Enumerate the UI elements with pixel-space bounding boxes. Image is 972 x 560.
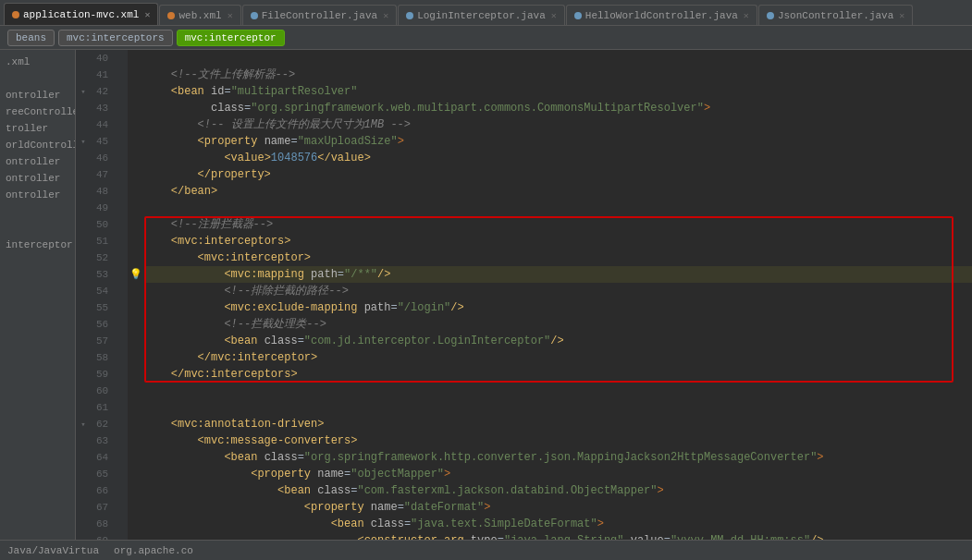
line-67: <property name="dateFormat"> <box>144 499 972 516</box>
breadcrumb-bar: beans mvc:interceptors mvc:interceptor <box>0 26 972 50</box>
line-numbers: 40 41 42 43 44 45 46 47 48 49 50 51 52 5… <box>91 50 114 540</box>
tab-label2: web.xml <box>178 10 221 21</box>
tab-label4: LoginInterceptor.java <box>417 10 546 21</box>
tab-label6: JsonController.java <box>778 10 893 21</box>
line-51: <mvc:interceptors> <box>144 233 972 250</box>
tab-label3: FileController.java <box>262 10 377 21</box>
bulb-column: 💡 <box>128 50 144 540</box>
breadcrumb-interceptors[interactable]: mvc:interceptors <box>58 30 173 46</box>
tab-label5: HelloWorldController.java <box>585 10 738 21</box>
main-area: .xml ontroller reeController troller orl… <box>0 50 972 540</box>
sidebar-item-troller: troller <box>0 118 75 135</box>
close-icon5[interactable]: ✕ <box>744 10 749 21</box>
fold-column: ▾ ▾ <box>76 50 91 540</box>
tab-helloworldcontroller[interactable]: HelloWorldController.java ✕ <box>566 5 757 25</box>
close-icon[interactable]: ✕ <box>144 9 150 20</box>
java-icon4 <box>406 12 413 19</box>
line-66: <bean class="com.fasterxml.jackson.datab… <box>144 482 972 499</box>
breadcrumb-interceptor[interactable]: mvc:interceptor <box>177 30 285 46</box>
line-50: <!--注册拦截器--> <box>144 216 972 233</box>
line-55: <mvc:exclude-mapping path="/login"/> <box>144 299 972 316</box>
tab-label: application-mvc.xml <box>23 9 139 20</box>
line-57: <bean class="com.jd.interceptor.LoginInt… <box>144 333 972 349</box>
line-54: <!--排除拦截的路径--> <box>144 283 972 299</box>
status-bar: Java/JavaVirtua org.apache.co <box>0 540 972 560</box>
tab-logininterceptor[interactable]: LoginInterceptor.java ✕ <box>398 5 565 25</box>
sidebar-item-controller1: ontroller <box>0 85 75 102</box>
sidebar-item-controller2: ontroller <box>0 152 75 168</box>
line-42: <bean id="multipartResolver" <box>144 83 972 100</box>
close-icon2[interactable]: ✕ <box>228 10 233 21</box>
xml-icon2 <box>167 12 175 19</box>
sidebar: .xml ontroller reeController troller orl… <box>0 50 76 540</box>
line-61 <box>144 399 972 416</box>
sidebar-item-controller3: ontroller <box>0 168 75 185</box>
line-64: <bean class="org.springframework.http.co… <box>144 449 972 466</box>
fold-45[interactable]: ▾ <box>76 133 91 150</box>
sidebar-blank2 <box>0 201 75 218</box>
line-59: </mvc:interceptors> <box>144 366 972 383</box>
bulb-icon[interactable]: 💡 <box>128 266 144 283</box>
line-63: <mvc:message-converters> <box>144 432 972 449</box>
line-gutter: ▾ ▾ <box>76 50 128 540</box>
line-65: <property name="objectMapper"> <box>144 466 972 482</box>
tab-web-xml[interactable]: web.xml ✕ <box>159 5 240 25</box>
line-58: </mvc:interceptor> <box>144 349 972 366</box>
line-46: <value>1048576</value> <box>144 150 972 166</box>
line-69: <constructor-arg type="java.lang.String"… <box>144 532 972 540</box>
line-45: <property name="maxUploadSize"> <box>144 133 972 150</box>
sidebar-item-blank1 <box>0 68 75 85</box>
tab-jsoncontroller[interactable]: JsonController.java ✕ <box>758 5 913 25</box>
breadcrumb-beans[interactable]: beans <box>7 30 55 46</box>
line-52: <mvc:interceptor> <box>144 250 972 266</box>
close-icon4[interactable]: ✕ <box>551 10 557 21</box>
java-icon5 <box>574 12 582 19</box>
editor: ▾ ▾ <box>76 50 972 540</box>
status-jvm: Java/JavaVirtua <box>7 545 99 556</box>
line-48: </bean> <box>144 183 972 200</box>
tab-application-mvc[interactable]: application-mvc.xml ✕ <box>4 3 158 25</box>
xml-icon <box>12 11 19 18</box>
sidebar-item-xml: .xml <box>0 52 75 68</box>
close-icon3[interactable]: ✕ <box>383 10 388 21</box>
sidebar-item-worldcontroller: orldControlle <box>0 135 75 152</box>
line-62: <mvc:annotation-driven> <box>144 416 972 432</box>
code-container: ▾ ▾ <box>76 50 972 540</box>
sidebar-blank3 <box>0 218 75 235</box>
status-apache: org.apache.co <box>114 545 193 556</box>
sidebar-item-freecontroller: reeController <box>0 102 75 118</box>
line-47: </property> <box>144 166 972 183</box>
tab-filecontroller[interactable]: FileController.java ✕ <box>242 5 397 25</box>
line-53: <mvc:mapping path="/**"/> <box>144 266 972 283</box>
java-icon3 <box>251 12 258 19</box>
sidebar-item-interceptor: interceptor <box>0 235 75 251</box>
fold-62[interactable]: ▾ <box>76 416 91 432</box>
close-icon6[interactable]: ✕ <box>899 10 904 21</box>
line-44: <!-- 设置上传文件的最大尺寸为1MB --> <box>144 116 972 133</box>
line-43: class="org.springframework.web.multipart… <box>144 100 972 116</box>
line-49 <box>144 200 972 216</box>
line-40 <box>144 50 972 67</box>
fold-42[interactable]: ▾ <box>76 83 91 100</box>
line-56: <!--拦截处理类--> <box>144 316 972 333</box>
java-icon6 <box>767 12 774 19</box>
line-41: <!--文件上传解析器--> <box>144 67 972 83</box>
line-68: <bean class="java.text.SimpleDateFormat"… <box>144 516 972 532</box>
sidebar-item-controller4: ontroller <box>0 185 75 201</box>
line-60 <box>144 383 972 399</box>
code-content: <!--文件上传解析器--> <bean id="multipartResolv… <box>144 50 972 540</box>
tab-bar: application-mvc.xml ✕ web.xml ✕ FileCont… <box>0 0 972 26</box>
app-container: application-mvc.xml ✕ web.xml ✕ FileCont… <box>0 0 972 560</box>
